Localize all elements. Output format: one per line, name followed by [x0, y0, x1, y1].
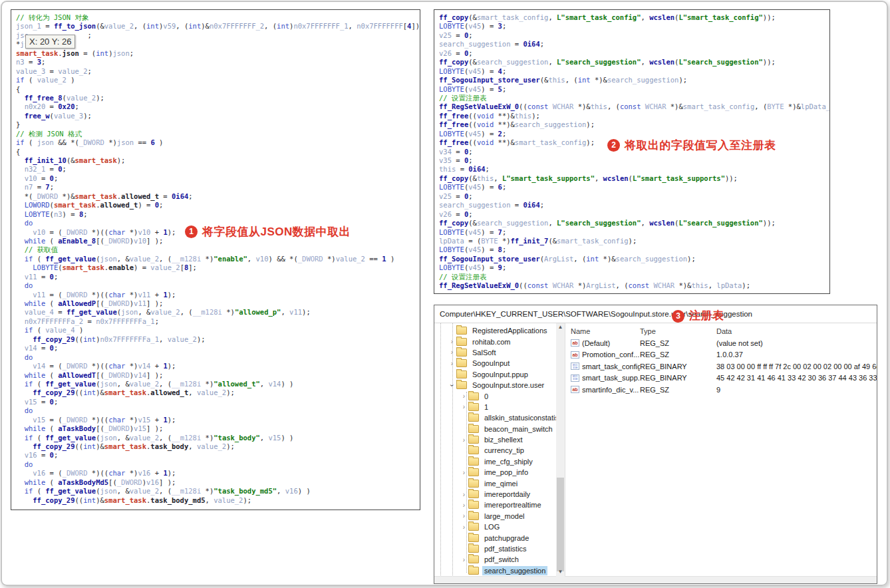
code-token: this — [477, 174, 494, 182]
code-token: n7 — [25, 183, 33, 191]
code-token: + — [155, 469, 159, 477]
code-token: while — [25, 299, 46, 307]
expander-chevron-icon[interactable]: › — [448, 359, 456, 368]
tree-key-0[interactable]: ›0 — [434, 390, 565, 401]
tree-key-biz_shellext[interactable]: ›biz_shellext — [434, 434, 565, 445]
value-name-cell: 011110smart_task_supp... — [571, 374, 640, 382]
code-token: BYTE — [481, 237, 498, 245]
code-token: v15 — [134, 424, 146, 432]
code-token: allowed_t — [150, 388, 188, 396]
tree-key-imereportrealtime[interactable]: ›imereportrealtime — [434, 500, 565, 510]
tree-key-1[interactable]: ›1 — [434, 402, 565, 412]
expander-chevron-icon[interactable]: › — [460, 402, 468, 411]
code-line: while ( aAllowedP[(_DWORD)v11] ); — [16, 299, 418, 308]
registry-value-row[interactable]: 011110smart_task_configREG_BINARY38 03 0… — [565, 361, 877, 372]
code-token: wcslen — [649, 13, 674, 21]
tree-key-SogouInput.ppup[interactable]: SogouInput.ppup — [434, 369, 565, 380]
tree-key-LOG[interactable]: ›LOG — [434, 521, 565, 532]
code-view-right[interactable]: ff_copy(&smart_task_config, L"smart_task… — [434, 10, 829, 297]
expander-chevron-icon[interactable]: › — [460, 555, 468, 564]
code-token: value_2 — [130, 380, 159, 388]
code-token: = — [50, 291, 54, 299]
code-token: , — [117, 255, 121, 263]
expander-chevron-icon[interactable]: › — [448, 348, 456, 357]
code-token: _DWORD — [63, 228, 88, 236]
code-token: LOBYTE — [439, 245, 464, 253]
expander-chevron-icon[interactable]: › — [460, 392, 468, 400]
tree-key-pdf_statistics[interactable]: pdf_statistics — [434, 543, 565, 554]
code-token: v14 — [134, 371, 146, 379]
tree-key-RegisteredApplications[interactable]: RegisteredApplications — [434, 325, 565, 336]
code-token: LOBYTE — [439, 67, 464, 75]
code-view-left[interactable]: // 转化为 JSON 对象json_1 = ff_to_json(&value… — [11, 10, 420, 513]
code-token: _DWORD — [104, 371, 130, 379]
code-token: while — [25, 478, 46, 486]
code-token: aTaskBody — [58, 424, 96, 432]
code-token: = — [146, 201, 150, 209]
tree-key-patchupgrade[interactable]: patchupgrade — [434, 532, 565, 543]
tree-key-SogouInput.store.user[interactable]: ›SogouInput.store.user — [434, 380, 565, 390]
code-line: if ( ff_get_value(json, &value_2, (__m12… — [16, 255, 418, 263]
registry-value-row[interactable]: ab(Default)REG_SZ(value not set) — [565, 337, 877, 349]
tree-key-ime_qimei[interactable]: ime_qimei — [434, 478, 565, 488]
column-header-name[interactable]: Name — [571, 327, 640, 335]
tree-key-SalSoft[interactable]: ›SalSoft — [434, 347, 565, 358]
code-token: ff_copy_29 — [33, 388, 74, 396]
registry-address-bar[interactable]: Computer\HKEY_CURRENT_USER\SOFTWARE\Sogo… — [434, 305, 877, 323]
tree-key-SogouInput[interactable]: ›SogouInput — [434, 358, 565, 368]
registry-value-row[interactable]: absmartinfo_dic_v...REG_SZ9 — [565, 384, 877, 396]
expander-chevron-icon[interactable]: › — [460, 468, 468, 477]
tree-key-beacon_main_switch[interactable]: beacon_main_switch — [434, 424, 565, 434]
code-token: ] — [146, 371, 150, 379]
code-token: ff_get_value — [45, 487, 96, 495]
scroll-up-icon[interactable]: ▲ — [556, 323, 565, 332]
tree-scrollbar[interactable]: ▲ ▼ — [556, 323, 565, 577]
expander-chevron-icon[interactable]: › — [460, 501, 468, 510]
expander-chevron-icon[interactable]: › — [460, 523, 468, 531]
code-token: _DWORD — [104, 424, 130, 432]
column-header-data[interactable]: Data — [716, 327, 877, 335]
code-token: = — [29, 58, 33, 66]
folder-icon — [468, 490, 479, 498]
code-token: search_suggestion — [515, 120, 586, 128]
registry-value-row[interactable]: abPromotion_conf...REG_SZ1.0.0.37 — [565, 349, 877, 361]
scroll-down-icon[interactable]: ▼ — [556, 568, 565, 577]
code-token: ( — [29, 76, 33, 84]
value-type-cell: REG_SZ — [640, 351, 716, 359]
code-line: // 设置注册表 — [439, 273, 828, 281]
code-token: _DWORD — [79, 138, 104, 146]
tree-key-imereportdaily[interactable]: ›imereportdaily — [434, 489, 565, 500]
tree-key-ime_cfg_shiply[interactable]: ime_cfg_shiply — [434, 456, 565, 467]
code-token: do — [25, 281, 33, 289]
code-token: v10 — [134, 237, 146, 245]
tree-key-currency_tip[interactable]: currency_tip — [434, 445, 565, 456]
tree-key-rohitab.com[interactable]: ›rohitab.com — [434, 336, 565, 347]
expander-chevron-icon[interactable]: › — [448, 381, 456, 390]
column-header-type[interactable]: Type — [640, 327, 716, 335]
scrollbar-thumb[interactable] — [557, 478, 564, 571]
code-token: , — [494, 174, 498, 182]
code-line: n3 = 3; — [16, 58, 418, 67]
code-line: ff_copy(&search_suggestion, L"search_sug… — [439, 58, 828, 67]
tree-key-large_model[interactable]: ›large_model — [434, 511, 565, 521]
code-line: do — [16, 460, 418, 469]
code-line: if ( ff_get_value(json, &value_2, (__m12… — [16, 487, 418, 496]
tree-key-ime_pop_info[interactable]: ›ime_pop_info — [434, 467, 565, 478]
tree-horizontal-scrollbar[interactable] — [434, 576, 877, 583]
code-token: , — [565, 76, 569, 84]
value-list-header[interactable]: NameTypeData — [565, 325, 877, 337]
code-line: if ( json && *(_DWORD *)json == 6 ) — [16, 138, 418, 147]
code-line: lpData = (BYTE *)ff_init_7(&smart_task_c… — [439, 237, 828, 245]
tree-key-pdf_switch[interactable]: ›pdf_switch — [434, 554, 565, 565]
expander-chevron-icon[interactable]: › — [460, 512, 468, 520]
code-token: = — [456, 49, 460, 57]
expander-chevron-icon[interactable]: › — [448, 337, 456, 346]
tree-key-allskin_statusiconstatis[interactable]: allskin_statusiconstatis — [434, 412, 565, 423]
code-token: , — [277, 487, 281, 495]
tree-key-search_suggestion[interactable]: search_suggestion — [434, 565, 565, 576]
code-line: ff_SogouInput_store_user(&this, (int *)&… — [439, 76, 828, 84]
code-token: if — [25, 326, 33, 334]
expander-chevron-icon[interactable]: › — [460, 490, 468, 499]
registry-value-row[interactable]: 011110smart_task_supp...REG_BINARY45 42 … — [565, 372, 877, 384]
expander-chevron-icon[interactable]: › — [460, 436, 468, 444]
